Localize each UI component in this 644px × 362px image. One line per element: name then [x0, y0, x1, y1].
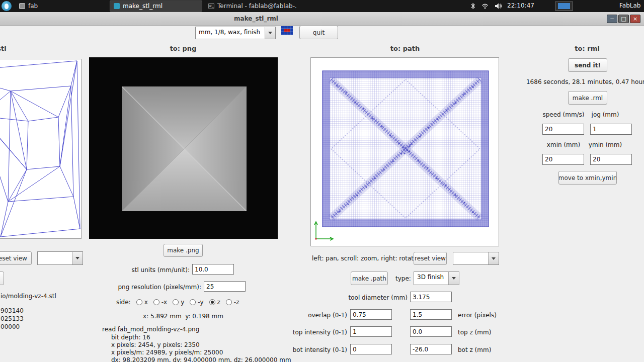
side-option-neg-y[interactable]: -y	[190, 299, 203, 306]
make-path-button[interactable]: make .path	[351, 272, 388, 285]
close-button[interactable]: ×	[630, 15, 640, 23]
path-view-dropdown-value	[453, 252, 488, 264]
bot-intensity-label: bot intensity (0-1)	[293, 346, 347, 353]
fab-modules-logo[interactable]	[281, 26, 293, 35]
toolpath-preview	[311, 58, 499, 246]
tool-diameter-input[interactable]	[410, 292, 452, 302]
chevron-down-icon[interactable]	[448, 272, 459, 285]
viewport-hint: left: pan, scroll: zoom, right: rotate	[312, 255, 417, 262]
chevron-down-icon[interactable]	[488, 252, 499, 264]
png-info-line: dx: 98.203209 mm, dy: 94.000000 mm, dz: …	[111, 356, 291, 362]
top-intensity-label: top intensity (0-1)	[293, 329, 347, 336]
png-depthmap-viewport[interactable]	[89, 57, 278, 239]
png-resolution-input[interactable]	[204, 281, 246, 292]
desktop: fab make_stl_rml >_ Terminal - fablab@fa…	[0, 0, 644, 362]
preset-dropdown[interactable]: mm, 1/8, wax, finish	[195, 27, 276, 39]
cursor-coordinates: x: 5.892 mm y: 0.198 mm	[143, 313, 223, 320]
taskbar-window-label: Terminal - fablab@fablab-...	[217, 3, 297, 10]
rml-column-header: to: rml	[575, 45, 599, 52]
xmin-input[interactable]	[542, 154, 584, 165]
stl-view-dropdown[interactable]	[37, 251, 83, 265]
radio-icon[interactable]	[209, 299, 215, 305]
stl-units-input[interactable]	[192, 264, 234, 275]
active-window-thumbnail	[558, 3, 570, 9]
workspace-name-label: FabLab	[619, 2, 640, 9]
stl-file-line: 025133	[1, 315, 24, 322]
png-resolution-label: png resolution (pixels/mm):	[118, 284, 201, 291]
tool-diameter-label: tool diameter (mm)	[349, 294, 408, 301]
stl-reset-view-button[interactable]: reset view	[0, 251, 32, 265]
taskbar-window-make-stl-rml[interactable]: make_stl_rml	[110, 1, 202, 12]
bluetooth-icon[interactable]	[469, 3, 476, 10]
radio-icon[interactable]	[190, 299, 196, 305]
side-option-z[interactable]: z	[209, 299, 220, 306]
stl-3d-viewport[interactable]	[0, 59, 82, 239]
path-type-dropdown[interactable]: 3D finish	[414, 272, 459, 285]
window-icon	[19, 3, 25, 9]
bot-z-label: bot z (mm)	[458, 346, 491, 353]
job-time-estimate: 1686 seconds, 28.1 minutes, 0.47 hours	[526, 78, 644, 85]
workspace-switcher[interactable]	[555, 2, 573, 11]
taskbar-panel: fab make_stl_rml >_ Terminal - fablab@fa…	[0, 0, 644, 12]
volume-icon[interactable]	[495, 3, 502, 10]
speed-label: speed (mm/s)	[542, 111, 584, 118]
taskbar-window-label: fab	[28, 3, 38, 10]
window-title: make_stl_rml	[234, 15, 278, 22]
taskbar-window-terminal[interactable]: >_ Terminal - fablab@fablab-...	[204, 1, 297, 12]
xmin-label: xmin (mm)	[547, 141, 580, 148]
quit-button[interactable]: quit	[299, 26, 338, 39]
clock[interactable]: 22:10:47	[507, 2, 534, 9]
speed-input[interactable]	[542, 124, 584, 135]
minimize-button[interactable]: −	[607, 15, 617, 23]
path-type-value: 3D finish	[414, 272, 448, 285]
radio-icon[interactable]	[136, 299, 142, 305]
chevron-down-icon[interactable]	[72, 252, 83, 264]
ymin-input[interactable]	[590, 154, 632, 165]
ymin-label: ymin (mm)	[589, 141, 622, 148]
terminal-icon: >_	[208, 3, 214, 9]
applications-menu-icon[interactable]	[2, 1, 12, 11]
path-reset-view-button[interactable]: reset view	[414, 252, 447, 265]
radio-icon[interactable]	[173, 299, 179, 305]
jog-input[interactable]	[590, 124, 632, 135]
make-png-button[interactable]: make .png	[164, 244, 203, 257]
move-to-xmin-ymin-button[interactable]: move to xmin,ymin	[558, 171, 617, 185]
xfce-mouse-glyph	[5, 4, 9, 9]
png-depthmap-image	[122, 86, 247, 211]
bot-z-input[interactable]	[410, 344, 452, 354]
wifi-icon[interactable]	[481, 3, 489, 10]
side-label: side:	[116, 299, 131, 306]
side-option-neg-x[interactable]: -x	[153, 299, 167, 306]
path-view-dropdown[interactable]	[453, 252, 499, 265]
overlap-input[interactable]	[350, 309, 392, 320]
window-titlebar[interactable]: make_stl_rml − □ ×	[0, 12, 644, 26]
maximize-button[interactable]: □	[618, 15, 629, 23]
path-type-label: type:	[395, 275, 411, 282]
window-icon	[114, 3, 120, 9]
error-input[interactable]	[410, 309, 452, 320]
radio-icon[interactable]	[226, 299, 232, 305]
stl-units-label: stl units (mm/unit):	[132, 266, 190, 274]
png-info-line: read fab_mod_molding-vz-4.png	[102, 326, 199, 333]
taskbar-window-fab[interactable]: fab	[15, 1, 108, 12]
jog-label: jog (mm)	[592, 111, 619, 118]
preset-value: mm, 1/8, wax, finish	[196, 27, 265, 39]
bot-intensity-input[interactable]	[350, 344, 392, 354]
side-option-y[interactable]: y	[173, 299, 184, 306]
stl-load-button-cutoff[interactable]	[0, 272, 4, 285]
top-z-label: top z (mm)	[458, 329, 491, 336]
path-3d-viewport[interactable]	[310, 57, 499, 246]
taskbar-window-label: make_stl_rml	[123, 3, 163, 10]
make-rml-button[interactable]: make .rml	[568, 91, 607, 105]
png-info-line: x pixels: 2454, y pixels: 2350	[111, 341, 200, 348]
top-intensity-input[interactable]	[350, 326, 392, 337]
overlap-label: overlap (0-1)	[308, 312, 347, 319]
side-option-x[interactable]: x	[136, 299, 148, 306]
radio-icon[interactable]	[153, 299, 159, 305]
stl-file-line: 00000	[1, 323, 20, 330]
top-z-input[interactable]	[410, 326, 452, 337]
side-option-neg-z[interactable]: -z	[226, 299, 239, 306]
send-it-button[interactable]: send it!	[568, 58, 607, 72]
png-info-line: bit depth: 16	[111, 334, 150, 341]
chevron-down-icon[interactable]	[265, 27, 275, 39]
